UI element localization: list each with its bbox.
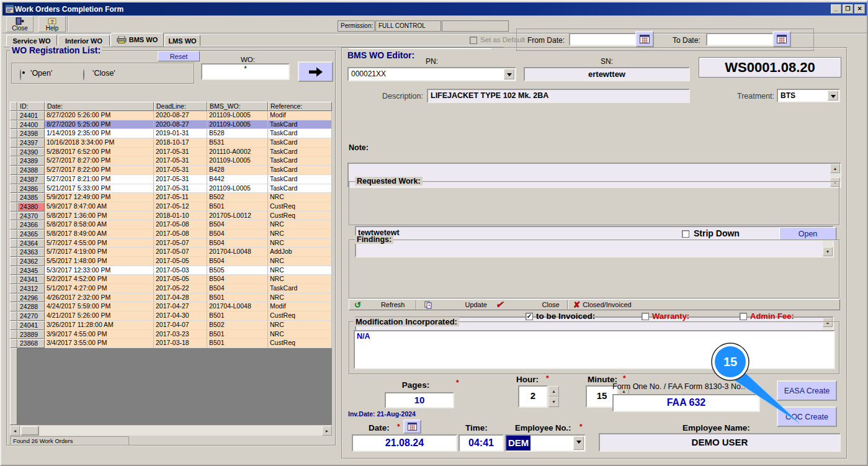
header-id[interactable]: ID: <box>17 102 45 111</box>
description-field[interactable]: LIFEJACKET TYPE 102 Mk. 2BA <box>427 89 690 103</box>
cell-bms-wo: B531 <box>207 138 268 148</box>
warranty-checkbox[interactable] <box>642 313 649 320</box>
open-button[interactable]: Open <box>779 227 836 240</box>
cell-reference: Modif <box>268 111 332 120</box>
header-reference[interactable]: Reference: <box>268 102 332 111</box>
cell-date: 3/9/2017 4:55:00 PM <box>45 330 154 339</box>
cell-deadline: 2017-05-31 <box>154 148 207 157</box>
close-radio[interactable] <box>83 69 84 81</box>
to-be-invoiced-label: to be Invoiced: <box>536 311 595 321</box>
update-copy-icon[interactable] <box>424 301 432 309</box>
tab-lms-wo[interactable]: LMS WO <box>164 35 200 47</box>
table-row[interactable]: 244018/27/2020 5:26:00 PM2020-08-2720110… <box>10 111 332 120</box>
to-date-calendar-button[interactable] <box>772 31 791 47</box>
table-row[interactable]: 243875/27/2017 8:21:00 PM2017-05-31B442T… <box>10 175 332 184</box>
table-row[interactable]: 243455/3/2017 12:33:00 PM2017-05-03B505N… <box>10 266 332 276</box>
close-check-icon[interactable]: ✔ <box>496 299 504 310</box>
from-date-input[interactable] <box>569 33 642 46</box>
spin-down-icon[interactable]: ▼ <box>548 397 559 407</box>
restore-icon[interactable]: ❐ <box>843 4 853 14</box>
cell-date: 5/9/2017 12:49:00 PM <box>45 193 154 202</box>
update-action[interactable]: Update <box>465 301 486 308</box>
table-row[interactable]: 243655/8/2017 8:49:00 AM2017-05-08B504NR… <box>10 230 332 239</box>
set-as-default-checkbox[interactable] <box>470 37 477 44</box>
wo-search-input[interactable]: * <box>201 63 290 80</box>
table-row[interactable]: 238683/4/2017 3:55:00 PM2017-03-18B501Cu… <box>10 339 332 348</box>
row-gutter <box>10 166 17 175</box>
scroll-up-icon[interactable]: ▲ <box>830 164 840 173</box>
scroll-right-icon[interactable]: ► <box>322 426 332 436</box>
treatment-combobox[interactable]: BTS <box>777 89 840 102</box>
table-hscrollbar[interactable]: ◄ ► <box>10 426 332 436</box>
employee-no-combobox[interactable]: DEM <box>505 434 586 452</box>
header-date[interactable]: Date: <box>45 102 154 111</box>
table-row[interactable]: 243665/8/2017 8:58:00 AM2017-05-08B504NR… <box>10 220 332 230</box>
table-row[interactable]: 243981/14/2019 2:35:00 PM2019-01-31B528T… <box>10 129 332 138</box>
table-row[interactable]: 242704/21/2017 5:26:00 PM2017-04-30B501C… <box>10 311 332 321</box>
reset-button[interactable]: Reset <box>158 51 200 61</box>
admin-fee-checkbox[interactable] <box>740 313 747 320</box>
closed-invoiced-action[interactable]: Closed/Invoiced <box>583 301 631 308</box>
table-row[interactable]: 243905/28/2017 6:52:00 PM2017-05-3120111… <box>10 148 332 157</box>
help-button[interactable]: ? Help <box>38 16 66 32</box>
hour-spinner[interactable]: ▲▼ <box>548 386 559 407</box>
table-row[interactable]: 243805/9/2017 8:47:00 AM2017-05-12B501Cu… <box>10 202 332 212</box>
spin-up-icon[interactable]: ▲ <box>548 386 559 397</box>
table-row[interactable]: 243865/21/2017 5:33:00 PM2017-05-3120110… <box>10 184 332 194</box>
pages-input[interactable]: 10 <box>385 392 454 408</box>
table-row[interactable]: 242964/26/2017 2:32:00 PM2017-04-28B501N… <box>10 293 332 303</box>
cell-id: 24341 <box>17 275 45 284</box>
table-row[interactable]: 242884/24/2017 5:59:00 PM2017-04-2720170… <box>10 302 332 311</box>
cell-reference: CustReq <box>268 202 332 212</box>
table-row[interactable]: 243645/7/2017 4:55:00 PM2017-05-07B504NR… <box>10 239 332 248</box>
strip-down-checkbox[interactable] <box>682 230 689 238</box>
table-row[interactable]: 243415/2/2017 4:52:00 PM2017-05-05B504NR… <box>10 275 332 284</box>
treatment-dropdown-icon[interactable] <box>828 91 838 101</box>
close-button[interactable]: Close <box>6 16 34 32</box>
minimize-icon[interactable]: _ <box>831 4 841 14</box>
table-row[interactable]: 2439710/16/2018 3:34:00 PM2018-10-17B531… <box>10 138 332 148</box>
refresh-icon[interactable]: ↻ <box>354 300 361 310</box>
to-date-input[interactable] <box>706 33 779 46</box>
sn-field[interactable]: ertewttew <box>524 67 690 81</box>
cell-bms-wo: B501 <box>207 293 268 303</box>
closed-invoiced-x-icon[interactable]: ✘ <box>573 300 581 310</box>
scroll-left-icon[interactable]: ◄ <box>10 426 20 436</box>
date-calendar-button[interactable] <box>403 419 421 434</box>
pn-combobox[interactable]: 000021XX <box>347 67 516 81</box>
cell-reference: TaskCard <box>268 120 332 130</box>
header-bms-wo[interactable]: BMS_WO: <box>207 102 268 111</box>
cell-bms-wo: 201704-L0048 <box>207 302 268 311</box>
close-window-icon[interactable]: ✕ <box>854 4 865 14</box>
close-action[interactable]: Close <box>542 301 560 308</box>
pn-dropdown-icon[interactable] <box>504 69 514 79</box>
time-input[interactable]: 04:41 <box>459 434 504 452</box>
table-row[interactable]: 244008/27/2020 5:25:00 PM2020-08-2720110… <box>10 120 332 130</box>
header-deadline[interactable]: DeadLine: <box>154 102 207 111</box>
table-row[interactable]: 240413/26/2017 11:28:00 AM2017-04-07B502… <box>10 321 332 330</box>
table-row[interactable]: 243895/27/2017 8:27:00 PM2017-05-3120110… <box>10 156 332 166</box>
to-be-invoiced-checkbox[interactable]: ✓ <box>526 313 533 320</box>
tab-bms-wo[interactable]: BMS WO <box>110 33 164 47</box>
table-row[interactable]: 243855/9/2017 12:49:00 PM2017-05-11B502N… <box>10 193 332 202</box>
wo-search-go-button[interactable] <box>298 61 333 82</box>
hscroll-thumb[interactable] <box>20 426 39 436</box>
date-input[interactable]: 21.08.24 <box>352 434 457 452</box>
cell-reference: NRC <box>268 266 332 276</box>
cell-reference: NRC <box>268 321 332 330</box>
table-row[interactable]: 243705/8/2017 1:36:00 PM2018-01-10201705… <box>10 212 332 221</box>
refresh-action[interactable]: Refresh <box>381 301 405 308</box>
table-row[interactable]: 238893/9/2017 4:55:00 PM2017-03-23B501NR… <box>10 330 332 339</box>
cell-bms-wo: 201110-A0002 <box>207 148 268 157</box>
cell-bms-wo: B502 <box>207 193 268 202</box>
admin-fee-label: Admin Fee: <box>750 311 794 321</box>
open-radio[interactable] <box>20 69 21 81</box>
table-row[interactable]: 243635/7/2017 4:19:00 PM2017-05-07201704… <box>10 248 332 257</box>
hour-input[interactable]: 2 <box>518 385 548 408</box>
cell-reference: NRC <box>268 220 332 230</box>
table-row[interactable]: 243125/1/2017 4:27:00 PM2017-05-22B504Ta… <box>10 284 332 293</box>
from-date-calendar-button[interactable] <box>635 31 654 47</box>
table-row[interactable]: 243625/5/2017 1:48:00 PM2017-05-05B504NR… <box>10 257 332 266</box>
employee-no-dropdown-icon[interactable] <box>573 436 584 450</box>
table-row[interactable]: 243885/27/2017 8:22:00 PM2017-05-31B428T… <box>10 166 332 175</box>
